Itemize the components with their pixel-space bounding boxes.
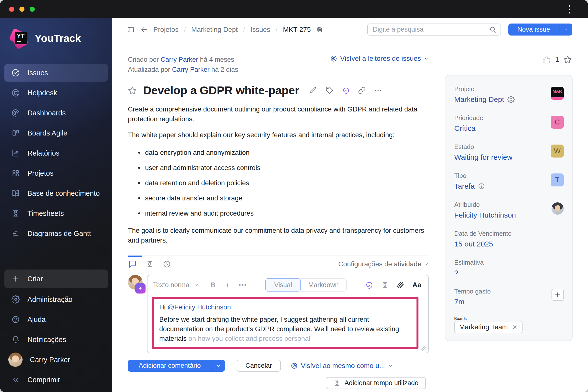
type-value-link[interactable]: Tarefa <box>454 182 474 190</box>
text-format-button[interactable]: Aa <box>412 281 422 289</box>
back-arrow-icon[interactable] <box>140 26 148 34</box>
tab-comments[interactable] <box>128 260 137 268</box>
minimize-window-button[interactable] <box>19 6 24 12</box>
favorite-star-icon[interactable] <box>128 86 137 95</box>
create-button[interactable]: Criar <box>4 270 108 288</box>
sidebar-item-boards-agile[interactable]: Boards Agile <box>4 124 108 142</box>
sidebar-item-gantt-charts[interactable]: Diagramas de Gantt <box>4 225 108 242</box>
comment-input-area[interactable]: Hi @Felicity Hutchinson Before we start … <box>152 297 418 349</box>
sidebar-item-help[interactable]: Ajuda <box>4 311 108 328</box>
user-menu[interactable]: Carry Parker <box>4 351 108 368</box>
sidebar-item-label: Timesheets <box>28 210 64 218</box>
cancel-button[interactable]: Cancelar <box>237 360 281 372</box>
collapse-sidebar-button[interactable]: Comprimir <box>4 371 108 388</box>
star-icon[interactable] <box>564 55 572 64</box>
sidebar: YT YouTrack Issues Helpdesk <box>0 18 112 392</box>
tab-history[interactable] <box>163 260 171 268</box>
sidebar-item-reports[interactable]: Relatórios <box>4 144 108 162</box>
sidebar-nav: Issues Helpdesk Dashboards Boards Agile <box>0 64 112 245</box>
field-label: Estimativa <box>454 259 484 266</box>
commenter-avatar-wrap: ✦ <box>128 275 143 353</box>
new-issue-button[interactable]: Nova issue <box>508 24 559 36</box>
description-paragraph: The white paper should explain our key s… <box>128 130 429 140</box>
hourglass-icon <box>333 380 340 387</box>
assignee-value-link[interactable]: Felicity Hutchinson <box>454 211 516 219</box>
mention-link[interactable]: @Felicity Hutchinson <box>168 303 231 311</box>
copy-issue-id-icon[interactable] <box>316 26 323 33</box>
link-icon[interactable] <box>358 86 366 94</box>
sidebar-item-issues[interactable]: Issues <box>4 64 108 82</box>
issue-content: 1 Criado por Carry Parker há 4 mese <box>112 41 588 392</box>
add-spent-time-plus-button[interactable] <box>552 288 564 301</box>
add-comment-button[interactable]: Adicionar comentário <box>128 360 212 372</box>
created-by-link[interactable]: Carry Parker <box>161 56 198 63</box>
new-issue-dropdown[interactable] <box>559 24 572 36</box>
markdown-mode-button[interactable]: Markdown <box>301 278 347 292</box>
paragraph-style-dropdown[interactable]: Texto normal <box>153 281 199 289</box>
resize-handle[interactable] <box>422 346 426 351</box>
top-bar: Projetos / Marketing Dept / Issues / MKT… <box>112 18 588 41</box>
estimate-value-link[interactable]: ? <box>454 269 458 277</box>
help-label: Ajuda <box>28 316 46 324</box>
sidebar-item-helpdesk[interactable]: Helpdesk <box>4 84 108 102</box>
issue-meta: Criado por Carry Parker há 4 meses Atual… <box>128 55 429 75</box>
state-value-link[interactable]: Waiting for review <box>454 153 512 162</box>
tab-spent-time[interactable] <box>146 260 154 268</box>
window-titlebar <box>0 0 588 18</box>
sidebar-item-label: Projetos <box>28 169 54 178</box>
ai-assistant-icon[interactable] <box>365 281 373 289</box>
add-spent-time-icon[interactable] <box>381 281 389 289</box>
bold-button[interactable]: B <box>210 281 216 289</box>
field-label: Boards <box>454 316 564 321</box>
project-value-link[interactable]: Marketing Dept <box>454 95 504 104</box>
edit-title-icon[interactable] <box>310 86 317 94</box>
search-icon[interactable] <box>489 26 496 33</box>
plus-icon <box>11 274 20 283</box>
ai-assistant-icon[interactable] <box>342 86 350 94</box>
comment-visibility-dropdown[interactable]: Visível ao mesmo como u... <box>290 362 393 370</box>
add-comment-dropdown[interactable] <box>212 360 225 372</box>
add-spent-time-button[interactable]: Adicionar tempo utilizado <box>326 377 426 389</box>
sidebar-item-label: Boards Agile <box>28 129 68 137</box>
breadcrumb-projects[interactable]: Projetos <box>153 26 178 34</box>
collapse-panel-icon[interactable] <box>127 26 135 34</box>
field-estimate: Estimativa ? <box>454 259 564 277</box>
more-actions-icon[interactable] <box>374 86 382 94</box>
board-chip[interactable]: Marketing Team <box>454 321 522 333</box>
field-assignee: Atribuído Felicity Hutchinson <box>454 201 564 219</box>
field-state: Estado Waiting for review W <box>454 143 564 162</box>
tag-icon[interactable] <box>326 86 334 94</box>
window-menu-icon[interactable] <box>564 4 574 14</box>
issue-visibility-dropdown[interactable]: Visível a leitores de issues <box>330 55 429 62</box>
more-formatting-button[interactable]: ••• <box>238 281 247 289</box>
reports-icon <box>11 149 20 158</box>
due-date-value-link[interactable]: 15 out 2025 <box>454 240 493 248</box>
sidebar-item-knowledge-base[interactable]: Base de conhecimento <box>4 184 108 202</box>
visual-mode-button[interactable]: Visual <box>265 278 301 292</box>
agile-board-icon <box>11 128 20 138</box>
sidebar-item-label: Base de conhecimento <box>28 190 100 198</box>
project-settings-gear-icon[interactable] <box>508 96 515 103</box>
breadcrumb-issues[interactable]: Issues <box>250 26 270 34</box>
italic-button[interactable]: I <box>226 281 229 289</box>
attach-file-icon[interactable] <box>397 281 404 289</box>
sidebar-item-notifications[interactable]: Notificações <box>4 331 108 348</box>
info-icon[interactable] <box>478 183 485 190</box>
close-window-button[interactable] <box>9 6 14 12</box>
zoom-window-button[interactable] <box>30 6 35 12</box>
activity-settings-dropdown[interactable]: Configurações de atividade <box>338 260 429 268</box>
search-input[interactable] <box>368 26 500 33</box>
remove-board-icon[interactable] <box>512 324 518 330</box>
sidebar-item-administration[interactable]: Administração <box>4 290 108 308</box>
updated-by-link[interactable]: Carry Parker <box>172 66 210 73</box>
breadcrumb-project[interactable]: Marketing Dept <box>191 26 238 34</box>
list-item: internal review and audit procedures <box>138 208 429 218</box>
priority-value-link[interactable]: Crítica <box>454 124 476 132</box>
sidebar-item-timesheets[interactable]: Timesheets <box>4 204 108 222</box>
youtrack-logo[interactable]: YT YouTrack <box>10 27 112 50</box>
sidebar-item-projects[interactable]: Projetos <box>4 164 108 182</box>
thumb-up-icon[interactable] <box>542 55 551 64</box>
spent-time-value-link[interactable]: 7m <box>454 298 464 306</box>
sidebar-item-dashboards[interactable]: Dashboards <box>4 104 108 122</box>
chevrons-left-icon <box>11 375 20 384</box>
